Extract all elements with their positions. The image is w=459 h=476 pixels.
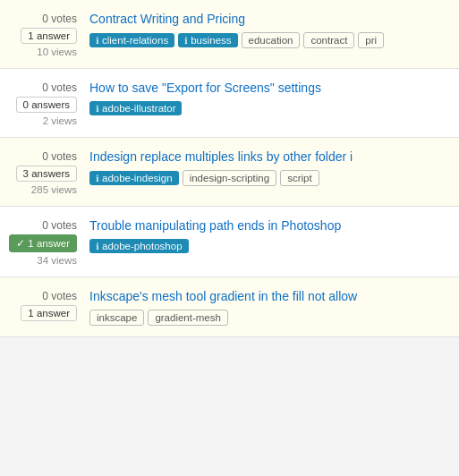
question-item: 0 votes1 answerInkscape's mesh tool grad… xyxy=(0,277,459,337)
tag-list: ℹ client-relationsℹ businesseducationcon… xyxy=(89,32,450,48)
votes-count: 0 votes xyxy=(42,290,77,302)
question-stats: 0 votes3 answers285 views xyxy=(9,149,89,195)
votes-count: 0 votes xyxy=(42,219,77,232)
tag-adobe-photoshop[interactable]: ℹ adobe-photoshop xyxy=(89,239,189,253)
answers-badge: 0 answers xyxy=(16,97,77,113)
tag-inkscape[interactable]: inkscape xyxy=(89,310,144,326)
answers-badge: 1 answer xyxy=(21,305,77,321)
question-item: 0 votes1 answer10 viewsContract Writing … xyxy=(0,0,459,69)
tag-script[interactable]: script xyxy=(280,170,319,186)
answers-badge: 1 answer xyxy=(21,28,77,44)
views-count: 285 views xyxy=(31,184,77,195)
answers-badge: ✓1 answer xyxy=(9,234,77,252)
votes-count: 0 votes xyxy=(42,13,77,25)
question-content: Inkscape's mesh tool gradient in the fil… xyxy=(89,288,450,326)
question-stats: 0 votes1 answer xyxy=(9,288,89,321)
tag-info-icon: ℹ xyxy=(184,36,188,46)
question-content: Trouble manipulating path ends in Photos… xyxy=(89,217,450,253)
question-list: 0 votes1 answer10 viewsContract Writing … xyxy=(0,0,459,337)
tag-adobe-indesign[interactable]: ℹ adobe-indesign xyxy=(89,171,179,185)
question-item: 0 votes3 answers285 viewsIndesign replac… xyxy=(0,138,459,207)
votes-count: 0 votes xyxy=(42,150,77,163)
question-item: 0 votes0 answers2 viewsHow to save "Expo… xyxy=(0,69,459,138)
tag-education[interactable]: education xyxy=(242,32,301,48)
question-item: 0 votes✓1 answer34 viewsTrouble manipula… xyxy=(0,207,459,277)
question-title[interactable]: Contract Writing and Pricing xyxy=(89,11,450,27)
tag-list: inkscapegradient-mesh xyxy=(89,310,450,326)
question-content: Contract Writing and Pricingℹ client-rel… xyxy=(89,11,450,48)
answers-badge: 3 answers xyxy=(16,166,77,182)
views-count: 2 views xyxy=(43,115,77,126)
question-title[interactable]: Trouble manipulating path ends in Photos… xyxy=(89,217,450,234)
tag-pri[interactable]: pri xyxy=(358,32,384,48)
tag-indesign-scripting[interactable]: indesign-scripting xyxy=(183,170,277,186)
question-stats: 0 votes0 answers2 views xyxy=(9,80,89,126)
tag-info-icon: ℹ xyxy=(96,104,99,114)
tag-info-icon: ℹ xyxy=(96,242,99,251)
question-stats: 0 votes✓1 answer34 views xyxy=(9,217,89,266)
votes-count: 0 votes xyxy=(42,81,77,94)
tag-info-icon: ℹ xyxy=(96,36,99,46)
question-title[interactable]: How to save "Export for Screens" setting… xyxy=(89,80,450,96)
views-count: 34 views xyxy=(37,255,77,266)
question-title[interactable]: Indesign replace multiples links by othe… xyxy=(89,149,450,165)
tag-list: ℹ adobe-indesignindesign-scriptingscript xyxy=(89,170,450,186)
tag-list: ℹ adobe-photoshop xyxy=(89,239,450,253)
tag-client-relations[interactable]: ℹ client-relations xyxy=(89,33,174,47)
tag-info-icon: ℹ xyxy=(96,174,99,183)
tag-list: ℹ adobe-illustrator xyxy=(89,101,450,115)
question-content: Indesign replace multiples links by othe… xyxy=(89,149,450,186)
tag-adobe-illustrator[interactable]: ℹ adobe-illustrator xyxy=(89,101,182,115)
tag-contract[interactable]: contract xyxy=(303,32,354,48)
question-content: How to save "Export for Screens" setting… xyxy=(89,80,450,115)
question-title[interactable]: Inkscape's mesh tool gradient in the fil… xyxy=(89,288,450,304)
tag-gradient-mesh[interactable]: gradient-mesh xyxy=(148,310,228,326)
check-icon: ✓ xyxy=(16,238,25,249)
tag-business[interactable]: ℹ business xyxy=(178,33,237,47)
question-stats: 0 votes1 answer10 views xyxy=(9,11,89,57)
views-count: 10 views xyxy=(37,47,77,57)
